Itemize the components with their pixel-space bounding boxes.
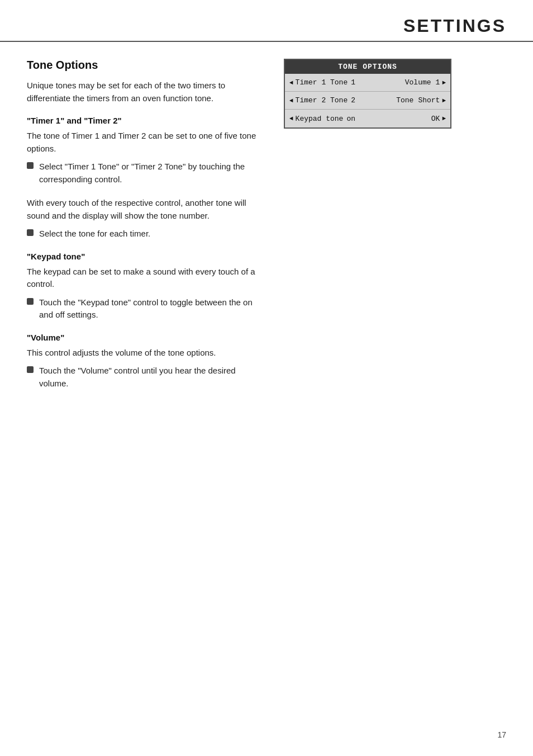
panel-row-right-keypad: OK ► <box>362 115 446 123</box>
mid-section: With every touch of the respective contr… <box>27 197 261 240</box>
page-number: 17 <box>497 730 506 739</box>
mid-body: With every touch of the respective contr… <box>27 197 261 222</box>
bullet-icon <box>27 366 34 373</box>
bullet-text: Select "Timer 1 Tone" or "Timer 2 Tone" … <box>39 160 261 186</box>
keypad-subtitle: "Keypad tone" <box>27 252 261 261</box>
left-column: Tone Options Unique tones may be set for… <box>27 59 261 401</box>
keypad-subsection: "Keypad tone" The keypad can be set to m… <box>27 252 261 322</box>
timer2-param-value: Short <box>418 96 440 105</box>
intro-text: Unique tones may be set for each of the … <box>27 79 261 105</box>
left-arrow-timer1: ◄ <box>289 79 293 86</box>
timer2-param-label: Tone <box>396 96 413 105</box>
panel-header: TONE OPTIONS <box>285 60 450 74</box>
volume-body: This control adjusts the volume of the t… <box>27 347 261 360</box>
left-arrow-keypad: ◄ <box>289 115 293 122</box>
panel-row-left-keypad: ◄ Keypad tone on <box>289 115 362 123</box>
bullet-icon <box>27 229 34 236</box>
bullet-icon <box>27 298 34 305</box>
timer1-label: Timer 1 Tone <box>296 78 348 87</box>
keypad-param-value: OK <box>431 115 440 123</box>
keypad-bullet-1: Touch the "Keypad tone" control to toggl… <box>27 296 261 322</box>
timer-bullet-1: Select "Timer 1 Tone" or "Timer 2 Tone" … <box>27 160 261 186</box>
volume-bullet-1: Touch the "Volume" control until you hea… <box>27 365 261 390</box>
page-header: SETTINGS <box>0 0 533 42</box>
right-arrow-keypad: ► <box>442 115 446 122</box>
panel-row-left-timer2: ◄ Timer 2 Tone 2 <box>289 96 362 105</box>
panel-row-right-timer1: Volume 1 ► <box>362 78 446 87</box>
timer-body: The tone of Timer 1 and Timer 2 can be s… <box>27 130 261 155</box>
bullet-icon <box>27 162 34 169</box>
mid-bullet-1: Select the tone for each timer. <box>27 228 261 240</box>
keypad-value: on <box>346 115 355 123</box>
bullet-text: Touch the "Volume" control until you hea… <box>39 365 261 390</box>
bullet-text: Select the tone for each timer. <box>39 228 261 240</box>
content-area: Tone Options Unique tones may be set for… <box>0 42 533 418</box>
right-column: TONE OPTIONS ◄ Timer 1 Tone 1 Volume 1 ►… <box>284 59 451 401</box>
panel-row-timer1[interactable]: ◄ Timer 1 Tone 1 Volume 1 ► <box>285 74 450 92</box>
keypad-body: The keypad can be set to make a sound wi… <box>27 266 261 291</box>
timer2-label: Timer 2 Tone <box>296 96 348 105</box>
panel-row-keypad[interactable]: ◄ Keypad tone on OK ► <box>285 110 450 127</box>
timer-subsection: "Timer 1" and "Timer 2" The tone of Time… <box>27 116 261 186</box>
section-title: Tone Options <box>27 59 261 72</box>
display-panel: TONE OPTIONS ◄ Timer 1 Tone 1 Volume 1 ►… <box>284 59 451 129</box>
timer-subtitle: "Timer 1" and "Timer 2" <box>27 116 261 125</box>
panel-row-left-timer1: ◄ Timer 1 Tone 1 <box>289 78 362 87</box>
right-arrow-timer1: ► <box>442 79 446 86</box>
timer1-param-label: Volume <box>405 78 431 87</box>
section-intro: Tone Options Unique tones may be set for… <box>27 59 261 105</box>
bullet-text: Touch the "Keypad tone" control to toggl… <box>39 296 261 322</box>
keypad-label: Keypad tone <box>296 115 344 123</box>
right-arrow-timer2: ► <box>442 97 446 104</box>
left-arrow-timer2: ◄ <box>289 97 293 104</box>
volume-subtitle: "Volume" <box>27 333 261 342</box>
volume-subsection: "Volume" This control adjusts the volume… <box>27 333 261 390</box>
timer1-param-value: 1 <box>436 78 440 87</box>
page-title: SETTINGS <box>403 16 506 36</box>
panel-row-timer2[interactable]: ◄ Timer 2 Tone 2 Tone Short ► <box>285 92 450 110</box>
panel-row-right-timer2: Tone Short ► <box>362 96 446 105</box>
timer1-value: 1 <box>351 78 355 87</box>
timer2-value: 2 <box>351 96 355 105</box>
